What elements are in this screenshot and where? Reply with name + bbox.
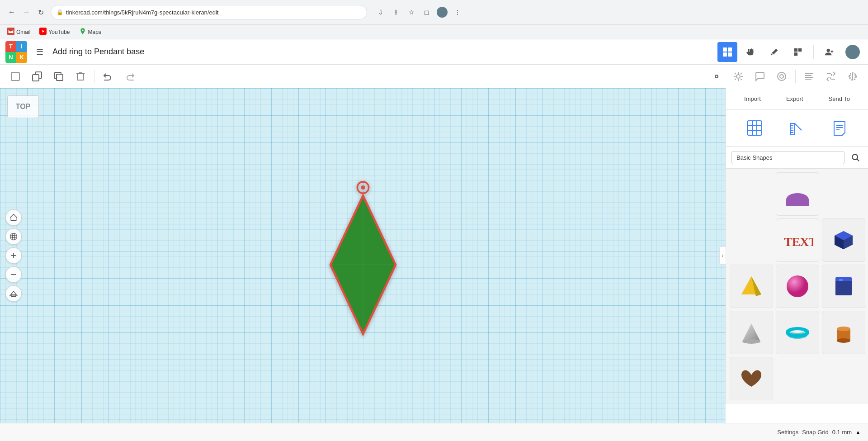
- profile-icon: [436, 6, 448, 19]
- perspective-button[interactable]: [5, 285, 22, 302]
- lock-icon: 🔒: [57, 9, 63, 15]
- svg-point-77: [837, 338, 850, 343]
- logo-k: K: [16, 52, 27, 63]
- menu-button[interactable]: ☰: [33, 45, 47, 59]
- maps-icon: [79, 28, 86, 36]
- maps-label: Maps: [88, 29, 101, 35]
- right-panel-wrapper: › Import Export Send To: [726, 88, 868, 423]
- import-button[interactable]: Import: [741, 94, 764, 104]
- pickaxe-button[interactable]: [764, 42, 784, 62]
- svg-rect-13: [33, 75, 39, 81]
- split-view-button[interactable]: ◻: [420, 6, 433, 19]
- add-user-button[interactable]: [819, 42, 839, 62]
- svg-line-59: [857, 159, 859, 161]
- shape-item-sphere[interactable]: [776, 265, 819, 308]
- bookmark-gmail[interactable]: Gmail: [5, 27, 32, 37]
- share-button[interactable]: ⇪: [390, 6, 402, 19]
- shape-item-cone[interactable]: [730, 311, 773, 354]
- bookmark-youtube[interactable]: YouTube: [38, 27, 71, 37]
- refresh-button[interactable]: ↻: [34, 6, 47, 19]
- address-bar[interactable]: 🔒 tinkercad.com/things/5kRjruN4m7g-spect…: [51, 5, 367, 19]
- panel-view-icons: [726, 110, 868, 147]
- view-controls: [5, 209, 22, 302]
- bookmark-maps[interactable]: Maps: [77, 27, 103, 37]
- canvas-toolbar: [0, 65, 868, 88]
- view-label: TOP: [7, 95, 39, 118]
- export-button[interactable]: Export: [783, 94, 807, 104]
- url-text: tinkercad.com/things/5kRjruN4m7g-spectac…: [66, 9, 218, 16]
- mirror-button[interactable]: [843, 66, 863, 86]
- copy-button[interactable]: [27, 66, 47, 86]
- shape-category-select[interactable]: Basic Shapes: [731, 151, 844, 164]
- toolbar-separator2: [795, 70, 796, 83]
- svg-point-40: [361, 185, 365, 190]
- shape-item-purple-circle[interactable]: [776, 172, 819, 216]
- snap-grid-label: Snap Grid: [802, 429, 829, 436]
- shapes-grid: TEXT: [726, 169, 868, 404]
- ring-button[interactable]: [772, 66, 792, 86]
- search-shapes-button[interactable]: [848, 150, 863, 165]
- note-button[interactable]: [750, 66, 770, 86]
- youtube-label: YouTube: [48, 29, 70, 35]
- ruler-view-button[interactable]: [783, 114, 811, 142]
- shape-item-cube[interactable]: [822, 218, 865, 262]
- zoom-in-button[interactable]: [5, 247, 22, 264]
- snap-grid-toggle[interactable]: ▲: [855, 429, 861, 436]
- svg-rect-3: [723, 47, 727, 52]
- view-mode-button[interactable]: [707, 66, 726, 86]
- zoom-out-button[interactable]: [5, 266, 22, 283]
- align-button[interactable]: [799, 66, 819, 86]
- svg-rect-11: [11, 72, 19, 81]
- panel-actions: Import Export Send To: [726, 88, 868, 110]
- svg-rect-5: [723, 52, 727, 57]
- new-shape-button[interactable]: [5, 66, 25, 86]
- user-avatar[interactable]: [843, 42, 863, 62]
- gmail-icon: [7, 28, 14, 36]
- send-to-button[interactable]: Send To: [825, 94, 854, 104]
- top-bar: T I N K ☰ Add ring to Pendant base: [0, 39, 868, 65]
- svg-rect-69: [839, 279, 843, 281]
- svg-point-34: [10, 233, 17, 240]
- duplicate-button[interactable]: [49, 66, 69, 86]
- shape-item-cylinder[interactable]: [822, 311, 865, 354]
- light-button[interactable]: [728, 66, 748, 86]
- svg-point-71: [742, 339, 760, 344]
- delete-button[interactable]: [71, 66, 90, 86]
- bookmark-button[interactable]: ☆: [405, 6, 418, 19]
- svg-line-22: [741, 79, 742, 80]
- grid-view-button[interactable]: [717, 42, 737, 62]
- project-title: Add ring to Pendant base: [52, 47, 712, 57]
- svg-point-58: [852, 154, 858, 160]
- shape-item-box[interactable]: [822, 265, 865, 308]
- shape-item-pyramid[interactable]: [730, 265, 773, 308]
- panel-collapse-button[interactable]: ›: [719, 247, 726, 265]
- flip-button[interactable]: [821, 66, 841, 86]
- canvas-object[interactable]: [322, 173, 404, 338]
- shape-item-heart[interactable]: [730, 357, 773, 400]
- orbit-button[interactable]: [5, 228, 22, 245]
- undo-button[interactable]: [98, 66, 118, 86]
- notes-view-button[interactable]: [826, 114, 853, 142]
- nav-buttons: ← → ↻: [5, 6, 47, 19]
- svg-rect-4: [728, 47, 732, 52]
- browser-actions: ⇩ ⇪ ☆ ◻ ⋮: [374, 6, 464, 19]
- app-container: T I N K ☰ Add ring to Pendant base: [0, 39, 868, 441]
- tinkercad-logo[interactable]: T I N K: [5, 41, 27, 63]
- settings-label: Settings: [777, 429, 798, 436]
- svg-rect-8: [798, 48, 802, 51]
- shapes-view-button[interactable]: [741, 114, 768, 142]
- download-button[interactable]: ⇩: [374, 6, 387, 19]
- svg-rect-17: [715, 75, 718, 78]
- blocks-button[interactable]: [788, 42, 808, 62]
- canvas-area[interactable]: TOP: [0, 88, 726, 423]
- shape-item-torus[interactable]: [776, 311, 819, 354]
- more-options-button[interactable]: ⋮: [451, 6, 464, 19]
- shape-item-text3d[interactable]: TEXT: [776, 218, 819, 262]
- back-button[interactable]: ←: [5, 6, 18, 19]
- separator: [813, 45, 814, 59]
- redo-button[interactable]: [120, 66, 140, 86]
- pendant-shape: [322, 173, 404, 336]
- home-view-button[interactable]: [5, 209, 22, 226]
- hand-tool-button[interactable]: [741, 42, 761, 62]
- forward-button[interactable]: →: [20, 6, 33, 19]
